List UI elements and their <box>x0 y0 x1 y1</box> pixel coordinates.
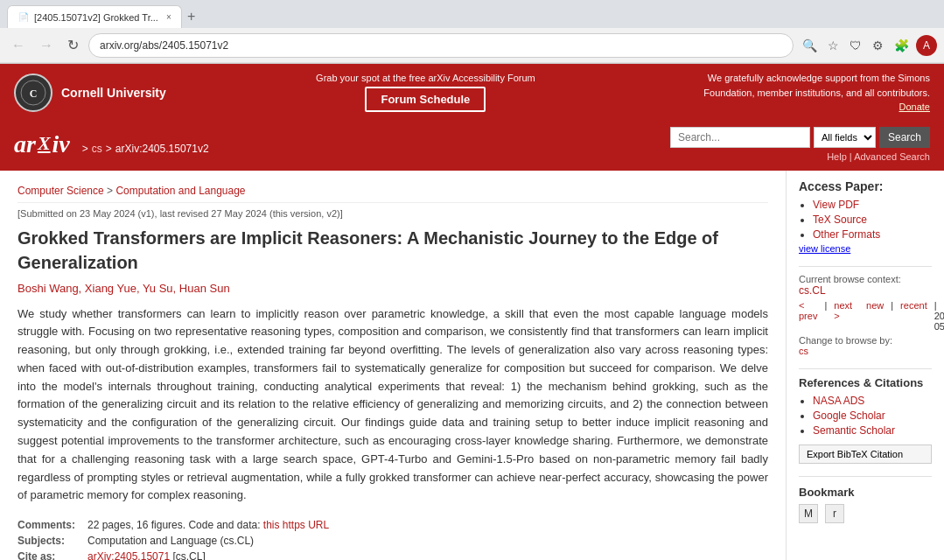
browse-context-label: Current browse context: <box>799 274 932 284</box>
advanced-search-link[interactable]: Advanced Search <box>854 151 930 162</box>
browse-context-value: cs.CL <box>799 284 932 297</box>
other-formats-link[interactable]: Other Formats <box>813 228 880 241</box>
breadcrumb-sep2: > <box>106 143 112 155</box>
help-link[interactable]: Help <box>827 151 847 162</box>
forum-schedule-button[interactable]: Forum Schedule <box>365 87 486 112</box>
browse-recent-link[interactable]: recent <box>900 300 927 332</box>
browse-date: | 2024-05 <box>934 300 944 332</box>
semantic-scholar-link[interactable]: Semantic Scholar <box>813 424 895 437</box>
nasa-ads-link[interactable]: NASA ADS <box>813 395 864 407</box>
access-paper-title: Access Paper: <box>799 179 932 193</box>
submission-info: [Submitted on 23 May 2024 (v1), last rev… <box>17 208 768 219</box>
refresh-button[interactable]: ↻ <box>63 34 83 56</box>
browser-chrome: 📄 [2405.15071v2] Grokked Tr... × + ← → ↻… <box>0 0 944 64</box>
forum-banner: Grab your spot at the free arXiv Accessi… <box>166 73 685 112</box>
bookmark-icons: M r <box>799 504 932 523</box>
page-content: Computer Science > Computation and Langu… <box>0 171 944 561</box>
breadcrumb-cs-link[interactable]: cs <box>92 143 102 155</box>
view-license-link[interactable]: view license <box>799 243 850 254</box>
browse-separator: | <box>824 300 827 332</box>
browse-prev-link[interactable]: < prev <box>799 300 817 332</box>
search-links: Help | Advanced Search <box>827 151 930 162</box>
author-xiang-yue[interactable]: Xiang Yue <box>85 282 136 295</box>
browser-extensions-icon[interactable]: 🧩 <box>891 36 913 55</box>
author-yu-su[interactable]: Yu Su <box>143 282 173 295</box>
cornell-logo: C Cornell University <box>14 74 166 112</box>
browser-gear-icon[interactable]: ⚙ <box>869 36 887 55</box>
search-input[interactable] <box>670 127 810 148</box>
cite-label: Cite as: <box>17 550 87 560</box>
bookmark-mendeley-icon[interactable]: M <box>799 504 818 523</box>
breadcrumb: > cs > arXiv:2405.15071v2 <box>82 143 209 155</box>
donate-link[interactable]: Donate <box>899 102 930 112</box>
new-tab-button[interactable]: + <box>182 9 200 24</box>
author-huan-sun[interactable]: Huan Sun <box>179 282 230 295</box>
nasa-ads-item: NASA ADS <box>813 395 932 407</box>
browser-profile-icon[interactable]: A <box>916 35 937 56</box>
view-pdf-link[interactable]: View PDF <box>813 199 859 211</box>
comments-url-link[interactable]: this https URL <box>263 519 329 531</box>
browse-nav: < prev | next > new | recent | 2024-05 <box>799 300 932 332</box>
abstract: We study whether transformers can learn … <box>17 305 768 506</box>
browser-search-icon[interactable]: 🔍 <box>799 36 821 55</box>
export-bibtex-button[interactable]: Export BibTeX Citation <box>799 444 932 464</box>
browse-change: Change to browse by: cs <box>799 335 932 356</box>
tab-favicon: 📄 <box>18 12 29 22</box>
arxiv-logo: arXiv <box>14 130 70 158</box>
browse-new-link[interactable]: new <box>866 300 884 332</box>
forward-button[interactable]: → <box>35 35 58 56</box>
refs-links: NASA ADS Google Scholar Semantic Scholar <box>799 395 932 437</box>
browser-bookmark-icon[interactable]: ☆ <box>824 36 843 55</box>
breadcrumb-sep1: > <box>82 143 88 155</box>
subject-sep: > <box>107 185 113 197</box>
bookmark-reddit-icon[interactable]: r <box>825 504 844 523</box>
cite-value: arXiv:2405.15071 [cs.CL] (or arXiv:2405.… <box>87 550 768 560</box>
tab-close-btn[interactable]: × <box>164 11 174 23</box>
refs-citations-section: References & Citations NASA ADS Google S… <box>799 376 932 464</box>
metadata-cite: Cite as: arXiv:2405.15071 [cs.CL] (or ar… <box>17 550 768 560</box>
author-boshi-wang[interactable]: Boshi Wang <box>17 282 79 295</box>
active-tab[interactable]: 📄 [2405.15071v2] Grokked Tr... × <box>7 5 182 28</box>
back-button[interactable]: ← <box>7 35 30 56</box>
metadata-comments: Comments: 22 pages, 16 figures. Code and… <box>17 519 768 531</box>
tex-source-link[interactable]: TeX Source <box>813 214 867 226</box>
view-license: view license <box>799 243 932 254</box>
svg-text:C: C <box>30 88 38 100</box>
access-links: View PDF TeX Source Other Formats <box>799 199 932 241</box>
metadata: Comments: 22 pages, 16 figures. Code and… <box>17 519 768 560</box>
forum-banner-text: Grab your spot at the free arXiv Accessi… <box>166 73 685 83</box>
address-bar[interactable] <box>88 33 794 58</box>
arxiv-nav: arXiv > cs > arXiv:2405.15071v2 All fiel… <box>0 122 944 171</box>
paper-title: Grokked Transformers are Implicit Reason… <box>17 226 768 275</box>
browser-shield-icon[interactable]: 🛡 <box>846 36 865 55</box>
browse-next-link[interactable]: next > <box>834 300 852 332</box>
arxiv-search: All fields Title Authors Abstract Search… <box>670 127 930 162</box>
view-pdf-item: View PDF <box>813 199 932 211</box>
semantic-scholar-item: Semantic Scholar <box>813 424 932 437</box>
subject-cl-link[interactable]: Computation and Language <box>115 185 245 197</box>
breadcrumb-id: arXiv:2405.15071v2 <box>115 143 209 155</box>
browse-context-section: Current browse context: cs.CL < prev | n… <box>799 274 932 356</box>
other-formats-item: Other Formats <box>813 228 932 241</box>
change-browse-link[interactable]: cs <box>799 346 808 356</box>
bookmark-section: Bookmark M r <box>799 486 932 523</box>
tab-title: [2405.15071v2] Grokked Tr... <box>34 12 158 23</box>
search-row: All fields Title Authors Abstract Search <box>670 127 930 148</box>
cornell-name: Cornell University <box>61 86 166 100</box>
comments-label: Comments: <box>17 519 87 531</box>
nav-bar: ← → ↻ 🔍 ☆ 🛡 ⚙ 🧩 A <box>0 28 944 63</box>
search-field-select[interactable]: All fields Title Authors Abstract <box>814 127 876 148</box>
search-button[interactable]: Search <box>879 127 930 148</box>
cornell-logo-circle: C <box>14 74 52 112</box>
subjects-value: Computation and Language (cs.CL) <box>87 535 768 547</box>
browse-pipe: | <box>891 300 893 332</box>
comments-value: 22 pages, 16 figures. Code and data: thi… <box>87 519 768 531</box>
main-content: Computer Science > Computation and Langu… <box>0 171 787 561</box>
cite-arxiv-link[interactable]: arXiv:2405.15071 <box>87 550 170 560</box>
authors: Boshi Wang, Xiang Yue, Yu Su, Huan Sun <box>17 282 768 295</box>
sidebar: Access Paper: View PDF TeX Source Other … <box>787 171 944 561</box>
browser-toolbar-icons: 🔍 ☆ 🛡 ⚙ 🧩 A <box>799 35 937 56</box>
subject-cs-link[interactable]: Computer Science <box>17 185 104 197</box>
subject-nav: Computer Science > Computation and Langu… <box>17 179 768 203</box>
google-scholar-link[interactable]: Google Scholar <box>813 410 885 422</box>
